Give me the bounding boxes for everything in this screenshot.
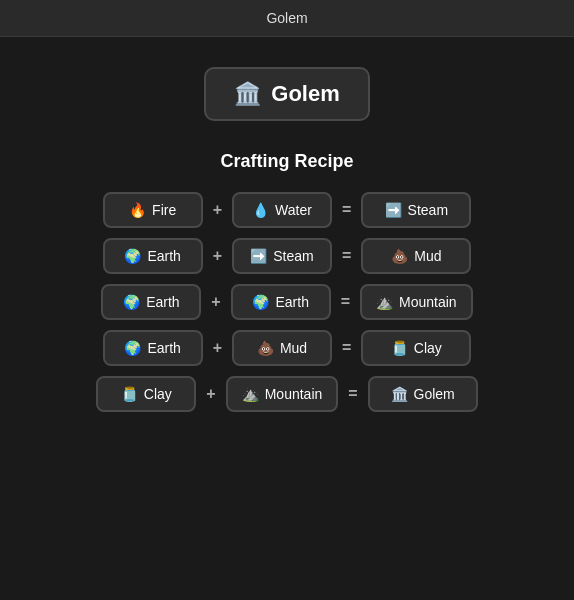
earth-icon-2a: 🌍 xyxy=(124,248,141,264)
mountain-icon: ⛰️ xyxy=(376,294,393,310)
result-golem: 🏛️ Golem xyxy=(368,376,478,412)
earth-label-2a: Earth xyxy=(147,248,180,264)
earth-label-3a: Earth xyxy=(146,294,179,310)
title-bar-label: Golem xyxy=(266,10,307,26)
recipe-list: 🔥 Fire + 💧 Water = ➡️ Steam 🌍 Earth + ➡️ xyxy=(20,192,554,412)
equals-3: = xyxy=(341,293,350,311)
earth-icon-4: 🌍 xyxy=(124,340,141,356)
steam-label-2: Steam xyxy=(273,248,313,264)
steam-icon-1: ➡️ xyxy=(385,202,402,218)
mud-label-4: Mud xyxy=(280,340,307,356)
steam-label-1: Steam xyxy=(408,202,448,218)
fire-icon: 🔥 xyxy=(129,202,146,218)
mountain-label-5: Mountain xyxy=(265,386,323,402)
equals-2: = xyxy=(342,247,351,265)
recipe-row-2: 🌍 Earth + ➡️ Steam = 💩 Mud xyxy=(103,238,472,274)
plus-1: + xyxy=(213,201,222,219)
water-icon: 💧 xyxy=(252,202,269,218)
plus-5: + xyxy=(206,385,215,403)
result-mountain: ⛰️ Mountain xyxy=(360,284,473,320)
clay-label: Clay xyxy=(414,340,442,356)
earth-label-4: Earth xyxy=(147,340,180,356)
ingredient-mountain-5: ⛰️ Mountain xyxy=(226,376,339,412)
equals-4: = xyxy=(342,339,351,357)
golem-badge: 🏛️ Golem xyxy=(204,67,369,121)
recipe-row-5: 🫙 Clay + ⛰️ Mountain = 🏛️ Golem xyxy=(96,376,477,412)
earth-label-3b: Earth xyxy=(275,294,308,310)
golem-badge-icon: 🏛️ xyxy=(234,81,261,107)
mud-icon-4: 💩 xyxy=(257,340,274,356)
mud-label: Mud xyxy=(414,248,441,264)
earth-icon-3b: 🌍 xyxy=(252,294,269,310)
clay-icon: 🫙 xyxy=(391,340,408,356)
recipe-row-4: 🌍 Earth + 💩 Mud = 🫙 Clay xyxy=(103,330,472,366)
ingredient-clay-5: 🫙 Clay xyxy=(96,376,196,412)
mountain-icon-5: ⛰️ xyxy=(242,386,259,402)
golem-badge-title: Golem xyxy=(271,81,339,107)
fire-label: Fire xyxy=(152,202,176,218)
main-content: 🏛️ Golem Crafting Recipe 🔥 Fire + 💧 Wate… xyxy=(0,37,574,600)
ingredient-earth-3b: 🌍 Earth xyxy=(231,284,331,320)
recipe-row-3: 🌍 Earth + 🌍 Earth = ⛰️ Mountain xyxy=(101,284,472,320)
ingredient-steam-2: ➡️ Steam xyxy=(232,238,332,274)
plus-4: + xyxy=(213,339,222,357)
result-steam-1: ➡️ Steam xyxy=(361,192,471,228)
golem-icon: 🏛️ xyxy=(391,386,408,402)
ingredient-earth-2a: 🌍 Earth xyxy=(103,238,203,274)
plus-2: + xyxy=(213,247,222,265)
water-label: Water xyxy=(275,202,312,218)
steam-icon-2: ➡️ xyxy=(250,248,267,264)
mountain-label: Mountain xyxy=(399,294,457,310)
result-mud: 💩 Mud xyxy=(361,238,471,274)
result-clay: 🫙 Clay xyxy=(361,330,471,366)
mud-icon: 💩 xyxy=(391,248,408,264)
ingredient-water: 💧 Water xyxy=(232,192,332,228)
plus-3: + xyxy=(211,293,220,311)
ingredient-earth-3a: 🌍 Earth xyxy=(101,284,201,320)
clay-icon-5: 🫙 xyxy=(121,386,138,402)
section-title: Crafting Recipe xyxy=(220,151,353,172)
recipe-row-1: 🔥 Fire + 💧 Water = ➡️ Steam xyxy=(103,192,472,228)
equals-1: = xyxy=(342,201,351,219)
title-bar: Golem xyxy=(0,0,574,37)
equals-5: = xyxy=(348,385,357,403)
ingredient-mud-4: 💩 Mud xyxy=(232,330,332,366)
ingredient-earth-4: 🌍 Earth xyxy=(103,330,203,366)
ingredient-fire: 🔥 Fire xyxy=(103,192,203,228)
golem-result-label: Golem xyxy=(414,386,455,402)
earth-icon-3a: 🌍 xyxy=(123,294,140,310)
clay-label-5: Clay xyxy=(144,386,172,402)
